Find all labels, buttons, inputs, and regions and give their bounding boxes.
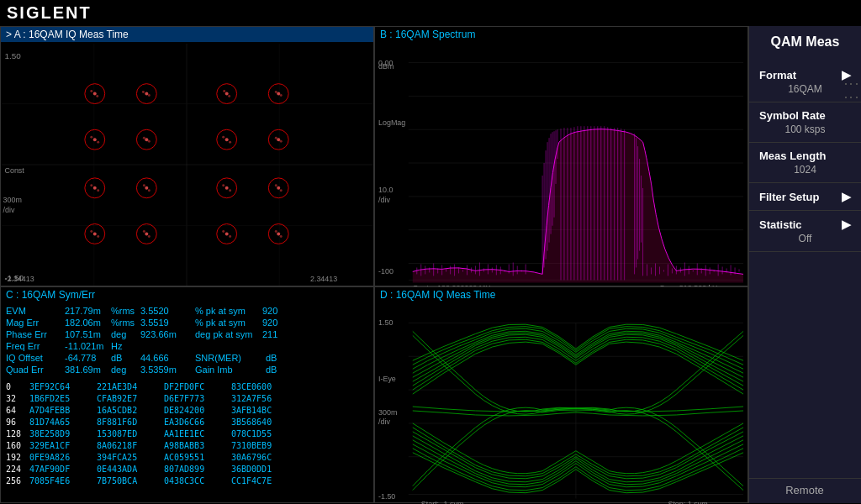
svg-point-34	[225, 186, 229, 190]
magerr-unit: %rms	[111, 318, 140, 328]
iqoffset-label2: SNR(MER)	[195, 353, 262, 363]
magerr-val2: 3.5519	[140, 318, 187, 328]
constellation-area: 1.50 -1.50 Const 300m /div -2.34413 2.34…	[1, 44, 373, 286]
statistic-label: Statistic ▶	[759, 218, 851, 231]
panel-a-title: > A : 16QAM IQ Meas Time	[1, 27, 373, 42]
svg-point-65	[222, 184, 224, 186]
svg-point-46	[96, 95, 98, 97]
left-panels: > A : 16QAM IQ Meas Time 1.50 -1.50	[0, 26, 748, 503]
svg-point-56	[148, 140, 151, 143]
filtersetup-arrow: ▶	[842, 190, 851, 203]
svg-text:1.50: 1.50	[378, 318, 393, 327]
evm-unit: %rms	[111, 306, 140, 316]
svg-text:/div: /div	[378, 417, 390, 426]
svg-text:I-Eye: I-Eye	[378, 375, 396, 383]
statistic-arrow: ▶	[842, 218, 851, 231]
hex-row-96: 96 81D74A65 8F881F6D EA3D6C66 3B568640	[6, 417, 368, 428]
svg-point-14	[93, 92, 97, 96]
meas-row-magerr: Mag Err 182.06m %rms 3.5519 % pk at sym …	[6, 318, 368, 328]
svg-text:300m: 300m	[378, 408, 397, 417]
svg-point-66	[229, 189, 231, 192]
constellation-svg: 1.50 -1.50 Const 300m /div -2.34413 2.34…	[1, 44, 373, 286]
svg-point-28	[277, 138, 280, 141]
iqoffset-val2: 44.666	[140, 353, 187, 363]
svg-point-75	[275, 230, 277, 233]
evm-label: EVM	[6, 306, 65, 316]
meas-row-evm: EVM 217.79m %rms 3.5520 % pk at sym 920	[6, 306, 368, 316]
svg-point-18	[225, 92, 229, 96]
svg-point-42	[225, 232, 229, 235]
svg-point-68	[280, 189, 283, 192]
evm-val3: 920	[262, 306, 304, 316]
svg-text:/div: /div	[378, 196, 390, 204]
phaseerr-unit: deg	[111, 329, 140, 339]
freqerr-unit: Hz	[111, 341, 140, 351]
panel-d-title: D : 16QAM IQ Meas Time	[375, 287, 747, 302]
magerr-label: Mag Err	[6, 318, 65, 328]
sidebar-item-symbolrate: Symbol Rate 100 ksps	[749, 102, 861, 143]
svg-point-72	[148, 235, 151, 238]
svg-point-38	[93, 232, 97, 235]
svg-text:-100: -100	[378, 267, 394, 276]
svg-point-44	[277, 232, 280, 235]
sidebar-dots: ⋮⋮	[848, 76, 861, 103]
hex-row-224: 224 47AF90DF 0E443ADA 807AD899 36BD0DD1	[6, 464, 368, 475]
measlength-value: 1024	[759, 164, 851, 176]
svg-point-50	[228, 95, 230, 97]
svg-point-36	[277, 186, 280, 190]
svg-point-57	[222, 136, 224, 139]
svg-point-51	[275, 91, 277, 93]
hex-row-0: 0 3EF92C64 221AE3D4 DF2FD0FC 83CE0600	[6, 381, 368, 393]
panel-c-title: C : 16QAM Sym/Err	[1, 287, 373, 302]
quaderr-unit: deg	[111, 365, 140, 375]
iqoffset-label: IQ Offset	[6, 353, 65, 363]
svg-text:-2.34413: -2.34413	[5, 275, 34, 283]
spectrum-svg: 0.00 dBm LogMag 10.0 /div -100	[375, 42, 747, 301]
bottom-row: C : 16QAM Sym/Err EVM 217.79m %rms 3.552…	[0, 286, 748, 503]
svg-text:1.50: 1.50	[5, 51, 22, 60]
evm-val: 217.79m	[65, 306, 111, 316]
meas-row-phaseerr: Phase Err 107.51m deg 923.66m deg pk at …	[6, 329, 368, 339]
phaseerr-label: Phase Err	[6, 329, 65, 339]
svg-point-60	[280, 140, 283, 143]
statistic-value: Off	[759, 233, 851, 244]
hex-data: 0 3EF92C64 221AE3D4 DF2FD0FC 83CE0600 32…	[1, 380, 373, 489]
svg-point-67	[275, 184, 277, 186]
svg-point-69	[90, 230, 92, 233]
svg-text:Const: Const	[5, 166, 25, 175]
freqerr-label: Freq Err	[6, 341, 65, 351]
phaseerr-val2: 923.66m	[140, 329, 187, 339]
magerr-val3: 920	[262, 318, 304, 328]
meas-row-freqerr: Freq Err -11.021m Hz	[6, 341, 368, 351]
svg-point-59	[275, 137, 277, 139]
filtersetup-label: Filter Setup ▶	[759, 190, 851, 203]
svg-point-32	[145, 186, 148, 190]
svg-point-16	[145, 92, 148, 96]
svg-point-48	[148, 94, 151, 97]
magerr-val: 182.06m	[65, 318, 111, 328]
panel-a: > A : 16QAM IQ Meas Time 1.50 -1.50	[0, 26, 374, 286]
hex-row-160: 160 329EA1CF 8A06218F A98BABB3 7310BEB9	[6, 440, 368, 452]
svg-text:-1.50: -1.50	[378, 492, 395, 501]
svg-text:2.34413: 2.34413	[310, 275, 337, 283]
svg-point-76	[280, 235, 283, 238]
quaderr-val: 381.69m	[65, 365, 111, 375]
svg-point-45	[90, 90, 92, 92]
remote-label: Remote	[748, 478, 861, 496]
sidebar-item-statistic[interactable]: Statistic ▶ Off	[749, 211, 861, 252]
svg-point-22	[93, 138, 97, 141]
svg-point-58	[229, 141, 231, 144]
svg-text:dBm: dBm	[378, 62, 394, 71]
quaderr-label2: Gain Imb	[195, 365, 262, 375]
panel-d: D : 16QAM IQ Meas Time 1.50 I-Eye 300m /…	[374, 286, 748, 503]
phaseerr-label2: deg pk at sym	[195, 329, 262, 339]
meas-row-quaderr: Quad Err 381.69m deg 3.5359m Gain Imb dB	[6, 365, 368, 375]
panel-b-title: B : 16QAM Spectrum	[375, 27, 747, 42]
svg-point-54	[97, 141, 99, 144]
iqoffset-unit: dB	[111, 353, 140, 363]
svg-text:/div: /div	[3, 206, 15, 214]
symbolrate-value: 100 ksps	[759, 123, 851, 135]
svg-point-26	[225, 138, 229, 141]
sidebar-item-filtersetup[interactable]: Filter Setup ▶	[749, 183, 861, 211]
svg-point-20	[277, 92, 280, 96]
